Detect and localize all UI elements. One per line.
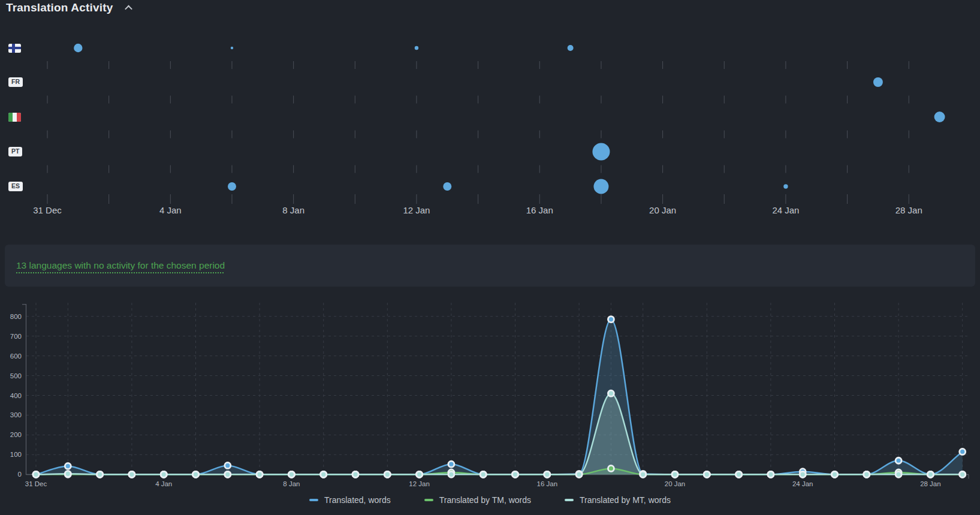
legend-item-translated-tm[interactable]: Translated by TM, words (424, 495, 531, 505)
language-badge-fr: FR (8, 77, 23, 88)
y-axis-label: 800 (10, 313, 22, 320)
y-axis-label: 0 (18, 471, 22, 478)
finland-flag-icon (8, 44, 21, 53)
data-point-dot-mt[interactable] (161, 471, 167, 477)
data-point-dot-translated[interactable] (225, 462, 231, 468)
y-axis-label: 600 (10, 353, 22, 360)
y-axis-label: 100 (10, 451, 22, 458)
x-axis-label: 28 Jan (920, 480, 941, 487)
activity-bubble-fi[interactable] (231, 47, 233, 49)
legend-marker-translated-icon (309, 499, 318, 501)
y-axis-label: 400 (10, 392, 22, 399)
series-area-mt (36, 393, 963, 474)
data-point-dot-mt[interactable] (736, 471, 742, 477)
data-point-dot-mt[interactable] (672, 471, 678, 477)
data-point-dot-mt[interactable] (895, 471, 901, 477)
data-point-dot-mt[interactable] (704, 471, 710, 477)
x-axis-label: 31 Dec (25, 480, 47, 487)
data-point-dot-mt[interactable] (448, 471, 454, 477)
activity-bubble-fi[interactable] (415, 46, 418, 50)
chart-legend: Translated, words Translated by TM, word… (0, 495, 980, 505)
legend-marker-tm-icon (424, 499, 433, 501)
activity-bubble-es[interactable] (443, 182, 451, 191)
data-point-dot-mt[interactable] (512, 471, 518, 477)
data-point-dot-translated[interactable] (960, 448, 966, 454)
data-point-dot-mt[interactable] (257, 471, 263, 477)
legend-marker-mt-icon (565, 499, 574, 501)
series-line-mt (36, 393, 963, 474)
data-point-dot-translated[interactable] (895, 457, 901, 463)
legend-item-translated-mt[interactable]: Translated by MT, words (565, 495, 671, 505)
data-point-dot-mt[interactable] (640, 471, 646, 477)
y-axis-label: 300 (10, 411, 22, 418)
language-badge-es: ES (8, 182, 23, 192)
data-point-dot-mt[interactable] (544, 471, 550, 477)
series-area-translated (36, 320, 963, 475)
data-point-dot-translated[interactable] (608, 317, 614, 323)
y-axis-label: 500 (10, 372, 22, 380)
activity-bubble-es[interactable] (783, 184, 788, 188)
no-activity-panel: 13 languages with no activity for the ch… (5, 245, 975, 287)
y-axis-label: 200 (10, 431, 22, 438)
data-point-dot-mt[interactable] (576, 471, 582, 477)
activity-bubble-it[interactable] (934, 112, 945, 122)
data-point-dot-mt[interactable] (832, 471, 838, 477)
data-point-dot-mt[interactable] (288, 471, 294, 477)
activity-bubble-fi[interactable] (568, 45, 574, 51)
legend-label: Translated by TM, words (439, 495, 531, 505)
activity-bubble-es[interactable] (593, 179, 608, 194)
translation-activity-section: Translation Activity 31 Dec4 Jan8 Jan12 … (0, 0, 980, 515)
x-axis-label: 4 Jan (155, 480, 172, 487)
data-point-dot-mt[interactable] (960, 471, 966, 477)
data-point-dot-mt[interactable] (129, 471, 135, 477)
data-point-dot-mt[interactable] (352, 471, 358, 477)
data-point-dot-mt[interactable] (321, 471, 327, 477)
x-axis-label: 28 Jan (895, 205, 922, 215)
x-axis-label: 16 Jan (537, 480, 558, 487)
data-point-dot-mt[interactable] (97, 471, 103, 477)
data-point-dot-mt[interactable] (480, 471, 486, 477)
series-line-translated (36, 320, 963, 475)
legend-item-translated[interactable]: Translated, words (309, 495, 391, 505)
data-point-dot-mt[interactable] (33, 471, 39, 477)
data-point-dot-mt[interactable] (768, 471, 774, 477)
data-point-dot-mt[interactable] (864, 471, 870, 477)
legend-label: Translated by MT, words (580, 495, 671, 505)
data-point-dot-translated[interactable] (65, 463, 71, 469)
x-axis-label: 12 Jan (403, 205, 430, 215)
language-badge-pt: PT (8, 147, 22, 157)
x-axis-label: 24 Jan (792, 480, 813, 487)
activity-bubble-es[interactable] (228, 182, 236, 191)
activity-bubble-fr[interactable] (873, 77, 883, 87)
y-axis-label: 700 (10, 333, 22, 340)
activity-bubble-fi[interactable] (74, 44, 82, 52)
data-point-dot-mt[interactable] (800, 471, 806, 477)
x-axis-label: 20 Jan (665, 480, 686, 487)
x-axis-label: 8 Jan (282, 205, 304, 215)
data-point-dot-mt[interactable] (384, 471, 390, 477)
x-axis-label: 20 Jan (649, 205, 676, 215)
x-axis-label: 4 Jan (159, 205, 182, 215)
x-axis-label: 24 Jan (772, 205, 799, 215)
x-axis-label: 12 Jan (409, 480, 430, 487)
data-point-dot-tm[interactable] (608, 465, 614, 471)
x-axis-label: 16 Jan (526, 205, 553, 215)
data-point-dot-mt[interactable] (193, 471, 199, 477)
activity-bubble-pt[interactable] (592, 143, 610, 161)
data-point-dot-mt[interactable] (608, 390, 614, 396)
x-axis-label: 31 Dec (33, 205, 62, 215)
data-point-dot-translated[interactable] (448, 461, 454, 467)
data-point-dot-mt[interactable] (927, 471, 933, 477)
legend-label: Translated, words (324, 495, 391, 505)
data-point-dot-mt[interactable] (65, 471, 71, 477)
italy-flag-icon (8, 113, 21, 122)
data-point-dot-mt[interactable] (417, 471, 423, 477)
data-point-dot-mt[interactable] (225, 471, 231, 477)
x-axis-label: 8 Jan (283, 480, 300, 487)
no-activity-languages-link[interactable]: 13 languages with no activity for the ch… (16, 260, 225, 271)
